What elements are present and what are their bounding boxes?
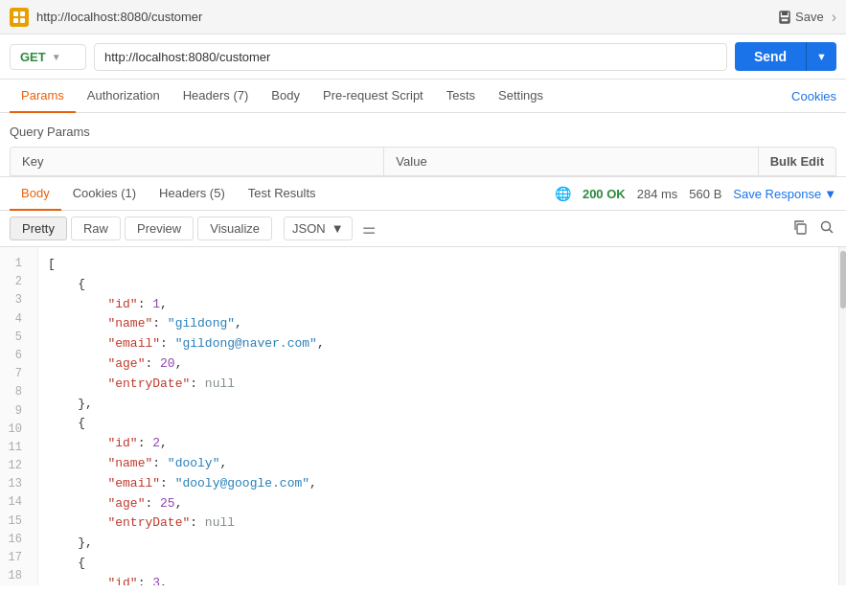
url-input[interactable] <box>94 43 727 71</box>
params-table-header: Key Value Bulk Edit <box>10 147 836 176</box>
save-label-top: Save <box>795 10 824 24</box>
app-icon <box>10 8 29 27</box>
view-preview-button[interactable]: Preview <box>125 217 194 240</box>
method-select[interactable]: GET ▼ <box>10 44 86 70</box>
svg-point-8 <box>822 221 831 230</box>
format-label: JSON <box>292 221 326 236</box>
scrollbar[interactable] <box>838 247 846 585</box>
send-button[interactable]: Send <box>735 42 806 71</box>
tab-settings[interactable]: Settings <box>487 80 555 113</box>
params-value-header: Value <box>384 148 758 175</box>
send-dropdown-button[interactable]: ▼ <box>806 42 836 71</box>
tab-body[interactable]: Body <box>260 80 311 113</box>
code-viewer: 1234567891011121314151617181920 [ { "id"… <box>0 247 846 585</box>
svg-rect-6 <box>781 18 789 22</box>
code-content[interactable]: [ { "id": 1, "name": "gildong", "email":… <box>38 247 838 585</box>
method-label: GET <box>20 50 46 64</box>
cookies-link[interactable]: Cookies <box>791 89 836 103</box>
svg-rect-2 <box>13 18 18 23</box>
globe-icon: 🌐 <box>555 186 571 201</box>
save-button-top[interactable]: Save <box>778 10 824 24</box>
svg-line-9 <box>830 229 834 233</box>
url-bar: GET ▼ Send ▼ <box>0 34 846 80</box>
response-tab-headers[interactable]: Headers (5) <box>148 177 237 211</box>
format-select[interactable]: JSON ▼ <box>284 217 353 240</box>
params-key-header: Key <box>11 148 384 175</box>
save-response-button[interactable]: Save Response ▼ <box>733 187 836 201</box>
copy-button[interactable] <box>790 217 810 240</box>
toolbar-right-icons <box>790 217 836 240</box>
top-bar: http://localhost:8080/customer Save › <box>0 0 846 34</box>
tab-params[interactable]: Params <box>10 80 76 113</box>
svg-rect-7 <box>797 224 806 234</box>
response-tab-test-results[interactable]: Test Results <box>237 177 328 211</box>
tab-headers[interactable]: Headers (7) <box>171 80 261 113</box>
request-tabs: Params Authorization Headers (7) Body Pr… <box>0 80 846 113</box>
response-tab-cookies[interactable]: Cookies (1) <box>61 177 148 211</box>
response-tabs-row: Body Cookies (1) Headers (5) Test Result… <box>0 177 846 211</box>
view-visualize-button[interactable]: Visualize <box>197 217 272 240</box>
response-size: 560 B <box>689 187 721 201</box>
top-bar-right: Save › <box>778 9 836 26</box>
svg-rect-1 <box>20 11 25 16</box>
top-bar-url: http://localhost:8080/customer <box>36 10 202 24</box>
svg-rect-0 <box>13 11 18 16</box>
format-chevron-icon: ▼ <box>332 221 344 236</box>
query-params-label: Query Params <box>10 121 836 147</box>
response-meta: 🌐 200 OK 284 ms 560 B Save Response ▼ <box>555 186 836 201</box>
tab-tests[interactable]: Tests <box>435 80 487 113</box>
send-btn-group: Send ▼ <box>735 42 836 71</box>
view-pretty-button[interactable]: Pretty <box>10 217 67 240</box>
search-button[interactable] <box>817 217 836 240</box>
response-time: 284 ms <box>637 187 678 201</box>
save-response-chevron: ▼ <box>824 187 836 201</box>
response-tab-body[interactable]: Body <box>10 177 61 211</box>
scrollbar-thumb[interactable] <box>840 251 846 308</box>
response-toolbar: Pretty Raw Preview Visualize JSON ▼ ⚌ <box>0 211 846 247</box>
response-section: Body Cookies (1) Headers (5) Test Result… <box>0 176 846 585</box>
url-input-wrapper <box>94 43 727 71</box>
svg-rect-5 <box>782 11 788 15</box>
params-bulk-header[interactable]: Bulk Edit <box>759 148 835 175</box>
query-params-section: Query Params Key Value Bulk Edit <box>0 113 846 176</box>
line-numbers: 1234567891011121314151617181920 <box>0 247 38 585</box>
svg-rect-3 <box>20 18 25 23</box>
response-status: 200 OK <box>583 187 626 201</box>
filter-icon[interactable]: ⚌ <box>362 219 376 238</box>
sidebar-toggle[interactable]: › <box>832 9 836 26</box>
view-raw-button[interactable]: Raw <box>71 217 121 240</box>
method-chevron-icon: ▼ <box>52 52 61 62</box>
tab-pre-request[interactable]: Pre-request Script <box>311 80 435 113</box>
top-bar-left: http://localhost:8080/customer <box>10 8 202 27</box>
tab-authorization[interactable]: Authorization <box>76 80 171 113</box>
